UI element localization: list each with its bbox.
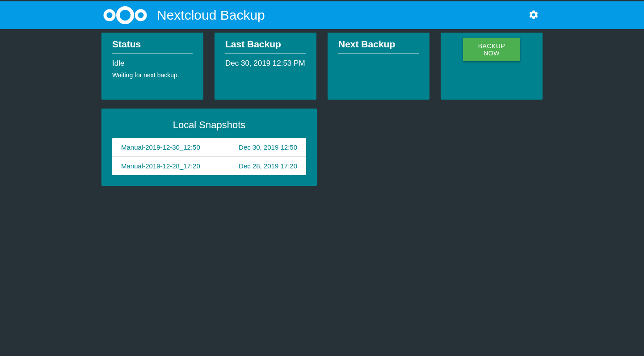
snapshot-name: Manual-2019-12-30_12:50	[121, 143, 200, 151]
status-card: Status Idle Waiting for next backup.	[101, 33, 203, 100]
snapshot-row[interactable]: Manual-2019-12-30_12:50 Dec 30, 2019 12:…	[112, 138, 306, 157]
snapshots-title: Local Snapshots	[112, 119, 306, 131]
svg-point-0	[105, 11, 114, 20]
last-backup-card: Last Backup Dec 30, 2019 12:53 PM	[215, 33, 316, 100]
action-card: BACKUP NOW	[441, 33, 543, 100]
status-subtext: Waiting for next backup.	[112, 71, 193, 79]
status-state: Idle	[112, 59, 193, 68]
snapshot-name: Manual-2019-12-28_17:20	[121, 162, 200, 170]
backup-now-button[interactable]: BACKUP NOW	[463, 38, 520, 61]
next-backup-card: Next Backup	[328, 33, 429, 100]
gear-icon	[528, 9, 539, 21]
cards-row: Status Idle Waiting for next backup. Las…	[101, 33, 543, 100]
next-backup-title: Next Backup	[338, 39, 419, 54]
snapshots-card: Local Snapshots Manual-2019-12-30_12:50 …	[101, 109, 317, 186]
app-title: Nextcloud Backup	[157, 8, 265, 23]
snapshot-date: Dec 30, 2019 12:50	[239, 143, 297, 151]
svg-point-1	[118, 8, 132, 22]
snapshot-date: Dec 28, 2019 17:20	[239, 162, 297, 170]
nextcloud-logo-icon	[101, 4, 149, 26]
settings-button[interactable]	[525, 6, 543, 25]
last-backup-title: Last Backup	[225, 39, 306, 54]
app-header: Nextcloud Backup	[0, 1, 644, 29]
snapshot-row[interactable]: Manual-2019-12-28_17:20 Dec 28, 2019 17:…	[112, 157, 306, 175]
snapshots-list: Manual-2019-12-30_12:50 Dec 30, 2019 12:…	[112, 138, 306, 175]
svg-point-2	[136, 11, 145, 20]
last-backup-value: Dec 30, 2019 12:53 PM	[225, 59, 306, 68]
main-content: Status Idle Waiting for next backup. Las…	[0, 29, 644, 189]
status-card-title: Status	[112, 39, 193, 54]
header-left: Nextcloud Backup	[101, 4, 265, 26]
